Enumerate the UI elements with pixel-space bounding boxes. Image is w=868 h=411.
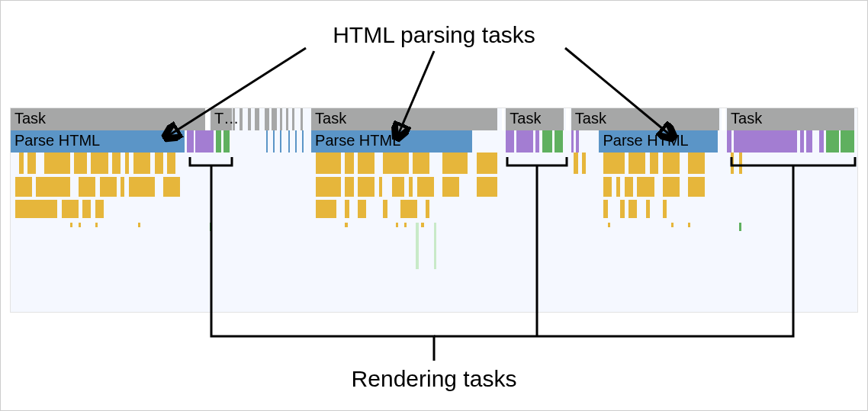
yellow-flame — [574, 153, 578, 174]
task-cell — [248, 108, 251, 130]
purple-cell — [535, 130, 538, 153]
purple-cell — [800, 130, 805, 153]
bottom-label: Rendering tasks — [352, 366, 517, 392]
yellow-flame — [358, 153, 375, 174]
yellow-flame — [650, 153, 658, 174]
purple-cell — [195, 130, 214, 153]
green-cell — [555, 130, 563, 153]
top-label: HTML parsing tasks — [333, 22, 535, 48]
yellow-flame — [646, 200, 651, 218]
yellow-flame — [739, 153, 742, 174]
yellow-flame — [625, 177, 633, 197]
yellow-flame — [44, 153, 69, 174]
task-cell — [280, 108, 282, 130]
yellow-flame — [442, 177, 459, 197]
yellow-flame — [409, 177, 413, 197]
yellow-flame — [112, 177, 117, 197]
yellow-flame — [358, 200, 366, 218]
yellow-flame — [404, 223, 407, 227]
yellow-flame — [345, 223, 347, 227]
yellow-flame — [121, 177, 124, 197]
flame-strip-3 — [11, 200, 857, 218]
purple-cell — [576, 130, 578, 153]
yellow-flame — [79, 223, 81, 227]
yellow-flame — [62, 200, 79, 218]
yellow-flame — [345, 177, 353, 197]
yellow-flame — [316, 153, 341, 174]
task-cell: Task — [727, 108, 854, 130]
cell-label: Parse HTML — [603, 132, 688, 149]
yellow-flame — [19, 153, 24, 174]
parse-cell — [295, 130, 297, 153]
yellow-flame — [616, 177, 621, 197]
purple-cell — [734, 130, 797, 153]
cell-label: T… — [214, 110, 239, 127]
lgreen-flame — [416, 223, 419, 269]
yellow-flame — [379, 177, 382, 197]
yellow-flame — [688, 223, 690, 227]
yellow-flame — [663, 153, 680, 174]
purple-cell — [506, 130, 514, 153]
yellow-flame — [91, 153, 108, 174]
parse-cell — [302, 130, 304, 153]
yellow-flame — [688, 177, 705, 197]
green-cell — [841, 130, 854, 153]
white-cell — [566, 108, 569, 130]
task-cell — [255, 108, 260, 130]
cell-label: Parse HTML — [315, 132, 400, 149]
yellow-flame — [413, 153, 429, 174]
cell-label: Task — [510, 110, 541, 127]
yellow-flame — [628, 200, 637, 218]
yellow-flame — [129, 177, 154, 197]
yellow-flame — [663, 200, 667, 218]
parse-cell — [266, 130, 268, 153]
yellow-flame — [637, 177, 654, 197]
yellow-flame — [383, 153, 408, 174]
task-cell — [265, 108, 269, 130]
green-cell — [216, 130, 222, 153]
green-cell — [223, 130, 230, 153]
lgreen-flame — [434, 223, 436, 269]
green-cell — [542, 130, 552, 153]
task-cell — [272, 108, 277, 130]
green-cell — [826, 130, 839, 153]
yellow-flame — [426, 200, 430, 218]
purple-cell — [187, 130, 194, 153]
yellow-flame — [316, 177, 341, 197]
yellow-flame — [27, 153, 36, 174]
yellow-flame — [603, 177, 612, 197]
yellow-flame — [400, 200, 417, 218]
purple-cell — [806, 130, 812, 153]
yellow-flame — [95, 223, 98, 227]
cell-label: Task — [315, 110, 346, 127]
yellow-flame — [582, 153, 585, 174]
yellow-flame — [316, 200, 337, 218]
white-cell — [205, 108, 208, 130]
yellow-flame — [358, 177, 375, 197]
yellow-flame — [396, 223, 398, 227]
flame-strip-2 — [11, 177, 857, 197]
yellow-flame — [345, 153, 353, 174]
green-flame — [739, 223, 741, 231]
yellow-flame — [392, 177, 405, 197]
parse-html-cell: Parse HTML — [311, 130, 472, 153]
cell-label: Task — [731, 110, 762, 127]
purple-cell — [516, 130, 533, 153]
yellow-flame — [731, 153, 734, 174]
yellow-flame — [603, 153, 625, 174]
yellow-flame — [138, 223, 140, 227]
yellow-flame — [663, 177, 680, 197]
cell-label: Task — [575, 110, 606, 127]
parse-cell — [273, 130, 275, 153]
yellow-flame — [74, 153, 87, 174]
yellow-flame — [477, 153, 498, 174]
yellow-flame — [163, 177, 180, 197]
parse-html-cell: Parse HTML — [11, 130, 185, 153]
t--cell: T… — [211, 108, 232, 130]
purple-cell — [727, 130, 731, 153]
flame-strip-1 — [11, 153, 857, 174]
white-cell — [502, 108, 504, 130]
white-cell — [722, 108, 725, 130]
yellow-flame — [345, 200, 349, 218]
yellow-flame — [95, 200, 104, 218]
